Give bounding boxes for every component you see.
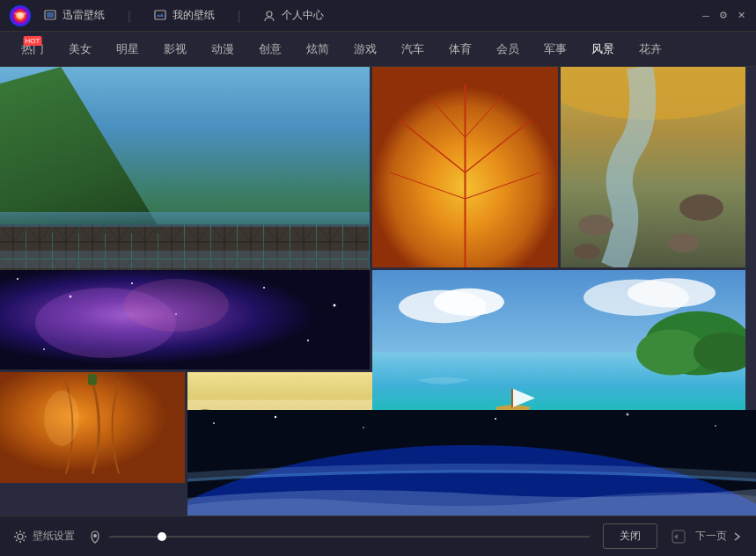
minimize-button[interactable]: ─	[700, 10, 712, 22]
svg-point-69	[14, 536, 16, 538]
category-beauty[interactable]: 美女	[56, 34, 104, 64]
wallpaper-settings-button[interactable]: 壁纸设置	[13, 529, 75, 544]
svg-point-74	[16, 539, 18, 541]
gallery-container: bing	[0, 67, 756, 516]
location-icon	[88, 530, 102, 544]
settings-button[interactable]: ⚙	[717, 10, 730, 22]
close-button[interactable]: 关闭	[603, 523, 657, 549]
gallery-item-pumpkin[interactable]	[0, 372, 185, 483]
category-military[interactable]: 军事	[532, 34, 579, 64]
category-car[interactable]: 汽车	[389, 34, 437, 64]
svg-point-60	[275, 416, 276, 418]
prev-page-area	[671, 529, 686, 545]
svg-rect-2	[47, 12, 54, 18]
svg-point-67	[19, 530, 21, 532]
svg-point-59	[213, 422, 215, 424]
svg-point-43	[307, 340, 309, 341]
svg-rect-35	[511, 389, 513, 407]
nav-buttons: 下一页	[671, 529, 743, 545]
category-landscape[interactable]: 风景	[579, 34, 627, 64]
svg-point-49	[44, 391, 79, 446]
svg-point-4	[267, 11, 272, 17]
bottom-bar: 壁纸设置 关闭 下一页	[0, 516, 756, 556]
category-flowers[interactable]: 花卉	[627, 34, 674, 64]
nav-xunlei-wallpaper[interactable]: 迅雷壁纸	[39, 4, 110, 26]
svg-point-68	[19, 541, 21, 543]
gallery-item-earth[interactable]	[187, 410, 756, 516]
settings-icon	[13, 530, 27, 544]
svg-point-63	[627, 413, 629, 416]
close-window-button[interactable]: ✕	[735, 10, 747, 22]
category-movie[interactable]: 影视	[151, 34, 199, 64]
progress-track[interactable]	[109, 536, 590, 538]
category-bar: 热门 美女 明星 影视 动漫 创意 炫简 游戏 汽车 体育 会员 军事 风景 花…	[0, 32, 756, 67]
next-page-button[interactable]: 下一页	[695, 529, 743, 544]
svg-point-46	[123, 279, 229, 332]
category-celeb[interactable]: 明星	[104, 34, 151, 64]
nav-my-wallpaper[interactable]: 我的壁纸	[149, 4, 220, 26]
prev-icon	[671, 529, 686, 545]
svg-point-30	[628, 278, 716, 307]
nav-profile[interactable]: 个人中心	[258, 4, 329, 26]
title-bar: 迅雷壁纸 | 我的壁纸 | 个人中心 ─ ⚙ ✕	[0, 0, 756, 32]
svg-rect-48	[88, 374, 97, 385]
gallery-item-stream[interactable]	[561, 67, 745, 267]
svg-point-23	[679, 194, 723, 221]
category-member[interactable]: 会员	[484, 34, 532, 64]
svg-point-22	[578, 215, 613, 236]
window-controls: ─ ⚙ ✕	[700, 10, 747, 22]
svg-point-41	[263, 287, 265, 289]
svg-point-37	[17, 278, 18, 280]
next-icon	[730, 530, 743, 543]
svg-point-28	[434, 289, 504, 316]
category-sports[interactable]: 体育	[437, 34, 484, 64]
category-hot[interactable]: 热门	[9, 34, 56, 64]
title-nav: 迅雷壁纸 | 我的壁纸 | 个人中心	[39, 4, 700, 26]
svg-point-61	[363, 427, 364, 428]
nav-sep-1: |	[128, 9, 131, 23]
svg-rect-3	[155, 11, 165, 19]
progress-area	[88, 530, 590, 544]
svg-point-64	[715, 425, 716, 427]
gallery-item-leaf[interactable]	[372, 67, 558, 267]
progress-thumb[interactable]	[158, 532, 166, 541]
svg-point-42	[334, 304, 336, 307]
svg-point-73	[23, 531, 25, 533]
category-creative[interactable]: 创意	[246, 34, 294, 64]
nav-sep-2: |	[238, 9, 241, 23]
gallery-item-nebula[interactable]	[0, 270, 370, 369]
svg-point-71	[16, 531, 18, 533]
svg-point-39	[131, 282, 133, 284]
svg-point-70	[25, 536, 26, 538]
category-game[interactable]: 游戏	[341, 34, 389, 64]
svg-rect-11	[0, 251, 370, 268]
category-cool[interactable]: 炫简	[294, 34, 341, 64]
svg-point-62	[495, 418, 496, 420]
svg-point-72	[23, 539, 25, 541]
svg-point-66	[18, 534, 23, 539]
category-anime[interactable]: 动漫	[199, 34, 246, 64]
app-logo	[9, 4, 32, 27]
svg-point-75	[93, 534, 97, 538]
